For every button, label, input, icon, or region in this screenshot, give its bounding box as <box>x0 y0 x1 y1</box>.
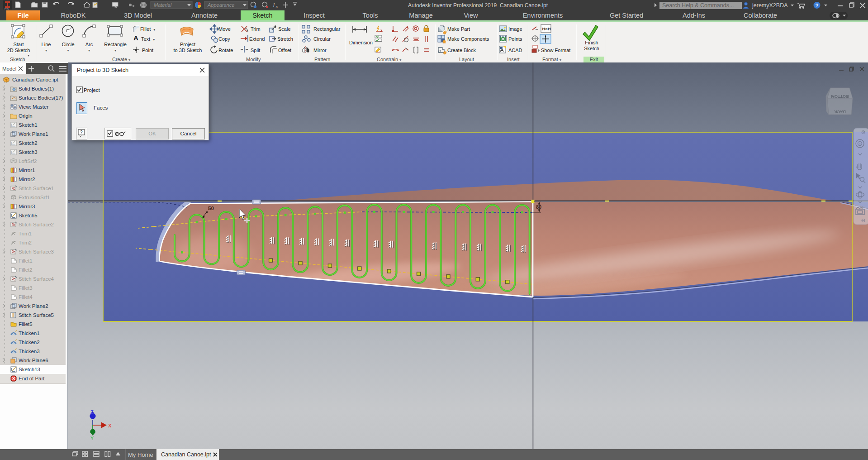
svg-text:H×H: H×H <box>542 26 551 31</box>
svg-text:Y: Y <box>90 436 94 441</box>
svg-text:?: ? <box>816 3 819 8</box>
svg-text:?: ? <box>80 130 83 135</box>
svg-text:Material: Material <box>154 2 172 8</box>
svg-text:50: 50 <box>208 206 214 211</box>
svg-text:Search Help & Commands...: Search Help & Commands... <box>662 2 734 9</box>
svg-text:Z: Z <box>90 409 94 415</box>
svg-text:A: A <box>133 34 138 42</box>
svg-text:Appearance: Appearance <box>207 2 234 8</box>
svg-text:Canadian Canoe.ipt: Canadian Canoe.ipt <box>500 2 548 9</box>
svg-text:80: 80 <box>536 204 541 210</box>
svg-text:PRO: PRO <box>5 8 9 10</box>
svg-text:jeremyX2BDA: jeremyX2BDA <box>752 2 788 9</box>
svg-text:X: X <box>108 423 112 428</box>
svg-text:BOTTOM: BOTTOM <box>831 94 849 99</box>
svg-text:BACK: BACK <box>834 110 846 114</box>
svg-text:Autodesk Inventor Professional: Autodesk Inventor Professional 2019 <box>408 2 497 9</box>
svg-text:f: f <box>273 2 275 8</box>
svg-text:x: x <box>275 5 278 9</box>
